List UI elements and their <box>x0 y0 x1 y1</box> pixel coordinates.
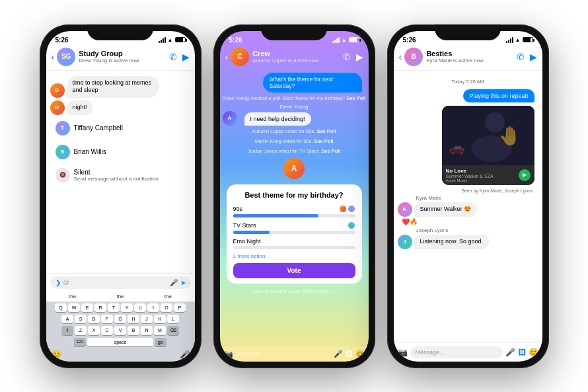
key-z[interactable]: Z <box>75 326 87 335</box>
poll-avatar-2 <box>348 205 355 213</box>
see-poll-4[interactable]: See Poll <box>321 148 340 154</box>
key-x[interactable]: X <box>88 326 100 335</box>
camera-icon-2[interactable]: 📷 <box>224 350 233 358</box>
key-a[interactable]: A <box>61 315 73 323</box>
key-i[interactable]: I <box>147 303 159 312</box>
key-t[interactable]: T <box>108 303 120 312</box>
poll-bar-bg-tvstars <box>233 231 355 234</box>
suggestion-3[interactable]: the <box>165 294 172 299</box>
svg-text:🚗: 🚗 <box>449 139 465 155</box>
key-p[interactable]: P <box>174 303 186 312</box>
avatar-study-group: SG <box>57 48 75 66</box>
key-123[interactable]: 123 <box>74 338 86 346</box>
silent-icon: 🔕 <box>55 168 70 182</box>
chat-header-1: ‹ SG Study Group Drew Young is active no… <box>46 45 195 71</box>
suggestion-2[interactable]: the <box>116 294 124 299</box>
key-d[interactable]: D <box>88 315 100 323</box>
key-k[interactable]: K <box>154 315 166 323</box>
scene: 5:26 ▲ ‹ SG Study Group Drew Young <box>0 0 588 392</box>
key-b[interactable]: B <box>128 326 139 335</box>
key-u[interactable]: U <box>134 303 146 312</box>
camera-icon-3[interactable]: 📷 <box>398 348 408 357</box>
phone-icon-1[interactable]: ✆ <box>169 52 177 62</box>
sticker-icon-2[interactable]: 😊 <box>355 350 365 358</box>
key-space[interactable]: space <box>87 338 153 346</box>
silent-subtitle: Send message without a notification. <box>74 176 160 182</box>
key-h[interactable]: H <box>128 315 139 323</box>
key-c[interactable]: C <box>101 326 113 335</box>
recv-row-kyra: K Summer Walker 😍 <box>398 202 538 217</box>
key-j[interactable]: J <box>141 315 153 323</box>
phone3-input-field[interactable]: Message... <box>410 346 503 358</box>
keyboard-suggestions: the the the <box>46 292 195 302</box>
see-poll-2[interactable]: See Poll <box>316 128 336 134</box>
silent-item[interactable]: 🔕 Silent Send message without a notifica… <box>50 165 191 185</box>
mic-icon-2[interactable]: 🎤 <box>334 350 343 358</box>
key-v[interactable]: V <box>114 326 126 335</box>
key-go[interactable]: go <box>155 338 166 346</box>
key-g[interactable]: G <box>114 315 126 323</box>
music-card[interactable]: 🤚 🚗 No Love Summer Walker & SZA Apple Mu… <box>442 106 534 185</box>
expand-icon[interactable]: ❯ <box>55 279 61 286</box>
contact-tiffany[interactable]: T Tiffany Campbell <box>50 118 191 139</box>
key-e[interactable]: E <box>81 303 93 312</box>
msg-row-1: D time to stop looking at memes and slee… <box>50 76 191 98</box>
chat-header-info-3: Besties Kyra Marie is active now <box>426 50 516 63</box>
video-icon-1[interactable]: ▶ <box>182 52 190 62</box>
msg-input-row-1[interactable]: ❯ @ 🎤 ➤ <box>50 276 191 289</box>
poll-avatars-tvstars <box>348 221 355 229</box>
phone2-input-field[interactable]: Message... <box>236 350 331 357</box>
msg-input-field-1[interactable]: @ <box>63 279 167 286</box>
key-o[interactable]: O <box>161 303 172 312</box>
key-s[interactable]: S <box>75 315 87 323</box>
chat-header-info-1: Study Group Drew Young is active now <box>79 50 168 63</box>
status-icons-2: ▲ <box>332 37 359 43</box>
phone-besties: 5:26 ▲ ‹ B Besties Kyra Marie is ac <box>387 24 549 368</box>
sticker-icon-3[interactable]: 😊 <box>529 348 538 357</box>
more-option[interactable]: 1 more option <box>233 253 355 259</box>
contact-brian[interactable]: B Brian Willis <box>50 141 191 163</box>
key-w[interactable]: W <box>68 303 80 312</box>
video-icon-3[interactable]: ▶ <box>530 52 537 62</box>
suggestion-1[interactable]: the <box>69 294 76 299</box>
key-m[interactable]: M <box>154 326 166 335</box>
poll-avatar-3 <box>348 221 355 229</box>
key-shift[interactable]: ⇧ <box>61 326 73 335</box>
phone-icon-2[interactable]: ✆ <box>343 52 351 62</box>
back-button-3[interactable]: ‹ <box>399 52 402 62</box>
date-stamp-3: Today 5:26 AM <box>398 76 538 87</box>
key-r[interactable]: R <box>94 303 106 312</box>
phone-icon-3[interactable]: ✆ <box>517 52 525 62</box>
poll-creator-avatar: A <box>283 158 305 179</box>
music-text: No Love Summer Walker & SZA Apple Music <box>446 168 494 182</box>
key-n[interactable]: N <box>141 326 153 335</box>
poll-option-label-emonight: Emo Night <box>233 238 355 245</box>
mic-icon[interactable]: 🎤 <box>170 279 178 286</box>
see-poll-1[interactable]: See Poll <box>346 95 365 101</box>
poll-option-90s: 90s <box>233 205 355 217</box>
reaction-kyra: ❤️🔥 <box>402 218 418 225</box>
back-button-1[interactable]: ‹ <box>52 52 55 62</box>
key-f[interactable]: F <box>101 315 113 323</box>
emoji-icon[interactable]: 😊 <box>52 350 61 359</box>
back-button-2[interactable]: ‹ <box>225 52 229 62</box>
keyboard-bottom: 😊 🎤 <box>46 348 195 362</box>
key-q[interactable]: Q <box>55 303 67 312</box>
key-l[interactable]: L <box>167 315 179 323</box>
key-y[interactable]: Y <box>121 303 133 312</box>
mic-icon-3[interactable]: 🎤 <box>505 348 515 357</box>
send-icon[interactable]: ➤ <box>180 279 186 286</box>
image-icon-2[interactable]: 🖼 <box>346 350 353 358</box>
image-icon-3[interactable]: 🖼 <box>518 348 526 357</box>
video-icon-2[interactable]: ▶ <box>356 52 363 62</box>
system-msg-3: Martin Kang voted for 90s. See Poll <box>223 137 366 145</box>
vote-button[interactable]: Vote <box>233 263 355 278</box>
key-row-1: Q W E R T Y U I O P <box>46 302 195 313</box>
album-art-svg: 🤚 🚗 <box>442 106 534 165</box>
play-button[interactable]: ▶ <box>519 169 531 181</box>
recv-row-joseph: J Listening now. So good. <box>398 235 538 249</box>
avatar-sender-2: D <box>50 100 65 115</box>
see-poll-3[interactable]: See Poll <box>314 138 333 144</box>
key-backspace[interactable]: ⌫ <box>167 326 179 335</box>
keyboard-mic-icon[interactable]: 🎤 <box>180 350 190 359</box>
